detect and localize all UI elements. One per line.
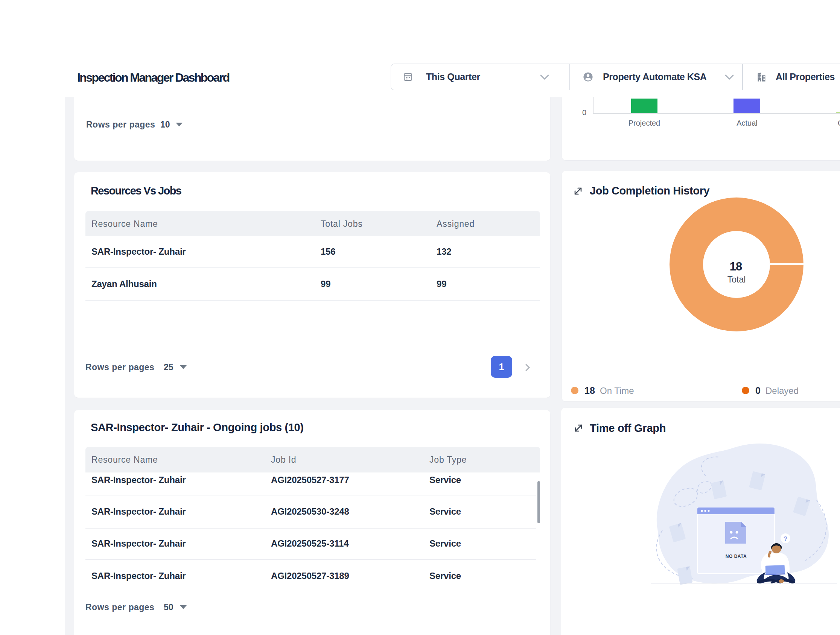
svg-text:?: ?	[783, 535, 787, 542]
svg-text:NO DATA: NO DATA	[726, 554, 747, 559]
